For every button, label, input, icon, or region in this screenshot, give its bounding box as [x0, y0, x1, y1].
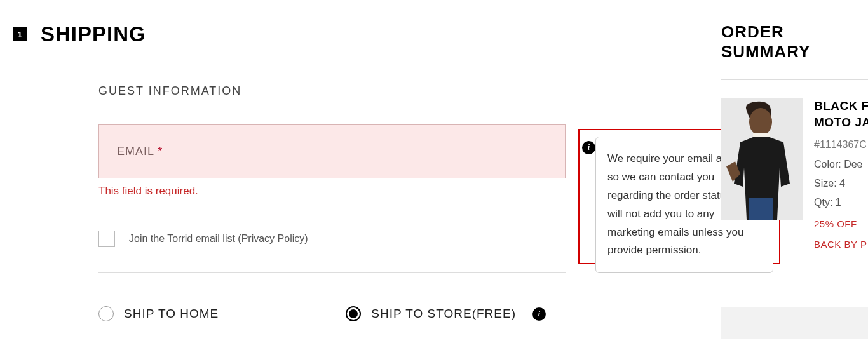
product-sku: #1114367C: [814, 135, 868, 154]
section-divider: [98, 272, 566, 273]
email-field[interactable]: EMAIL *: [98, 124, 566, 178]
product-size: Size: 4: [814, 174, 868, 193]
shipping-options: SHIP TO HOME SHIP TO STORE(FREE) i: [98, 306, 578, 321]
summary-footer-block: [721, 307, 868, 339]
product-color: Color: Dee: [814, 155, 868, 174]
svg-rect-3: [749, 198, 773, 220]
order-summary-title: ORDER SUMMARY: [721, 22, 868, 62]
svg-point-1: [749, 108, 772, 136]
ship-to-store-radio[interactable]: [346, 306, 361, 321]
email-label: EMAIL *: [117, 145, 163, 158]
step-number-badge: 1: [13, 27, 27, 41]
summary-divider: [721, 79, 868, 80]
guest-information-label: GUEST INFORMATION: [98, 84, 578, 98]
privacy-policy-link[interactable]: Privacy Policy: [241, 233, 305, 244]
product-image: [721, 98, 803, 220]
step-header: 1 SHIPPING: [13, 22, 578, 46]
ship-to-home-radio[interactable]: [98, 306, 114, 321]
info-icon[interactable]: i: [582, 141, 595, 154]
summary-item: BLACK FAU MOTO JACK #1114367C Color: Dee…: [721, 98, 868, 254]
product-qty: Qty: 1: [814, 193, 868, 212]
email-error-message: This field is required.: [98, 185, 578, 198]
step-title: SHIPPING: [41, 22, 146, 46]
product-name: BLACK FAU MOTO JACK: [814, 98, 868, 130]
ship-to-store-label: SHIP TO STORE(FREE): [371, 307, 516, 321]
product-promo-2: BACK BY P: [814, 236, 868, 254]
join-email-list-label: Join the Torrid email list (Privacy Poli…: [129, 233, 308, 245]
ship-to-home-label: SHIP TO HOME: [124, 307, 219, 321]
info-icon[interactable]: i: [532, 307, 546, 321]
join-email-list-checkbox[interactable]: [98, 231, 115, 247]
product-promo: 25% OFF: [814, 215, 868, 234]
